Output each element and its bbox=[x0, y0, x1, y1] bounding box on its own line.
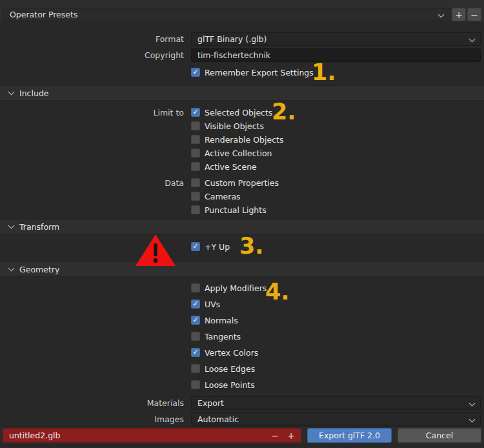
punctual-lights-checkbox[interactable] bbox=[191, 205, 200, 214]
materials-label: Materials bbox=[0, 398, 191, 408]
apply-modifiers-checkbox[interactable] bbox=[191, 283, 200, 292]
visible-objects-checkbox[interactable] bbox=[191, 121, 200, 130]
include-section-header[interactable]: Include bbox=[0, 85, 484, 101]
active-scene-row: Active Scene bbox=[0, 162, 484, 171]
remember-export-settings-row: Remember Export Settings bbox=[0, 68, 484, 77]
active-collection-row: Active Collection bbox=[0, 148, 484, 158]
visible-objects-label[interactable]: Visible Objects bbox=[205, 121, 264, 131]
materials-row: Materials Export bbox=[0, 396, 484, 410]
uvs-label[interactable]: UVs bbox=[205, 300, 220, 309]
normals-label[interactable]: Normals bbox=[205, 316, 238, 325]
loose-points-checkbox[interactable] bbox=[191, 380, 200, 389]
format-value: glTF Binary (.glb) bbox=[197, 34, 267, 44]
materials-dropdown[interactable]: Export bbox=[191, 396, 481, 410]
chevron-down-icon bbox=[469, 416, 476, 423]
loose-edges-checkbox[interactable] bbox=[191, 364, 200, 373]
chevron-down-icon bbox=[469, 400, 476, 407]
chevron-down-icon bbox=[438, 12, 445, 18]
y-up-row: +Y Up bbox=[0, 242, 484, 251]
cameras-checkbox[interactable] bbox=[191, 192, 200, 201]
copyright-row: Copyright tim-fischertechnik bbox=[0, 48, 484, 62]
active-scene-checkbox[interactable] bbox=[191, 162, 200, 171]
format-row: Format glTF Binary (.glb) bbox=[0, 32, 484, 46]
format-label: Format bbox=[0, 34, 191, 44]
active-scene-label[interactable]: Active Scene bbox=[205, 162, 257, 172]
uvs-checkbox[interactable] bbox=[191, 300, 200, 309]
selected-objects-checkbox[interactable] bbox=[191, 108, 200, 117]
loose-edges-row: Loose Edges bbox=[0, 364, 484, 373]
vertex-colors-label[interactable]: Vertex Colors bbox=[205, 348, 258, 358]
apply-modifiers-label[interactable]: Apply Modifiers bbox=[205, 283, 267, 293]
transform-section-header[interactable]: Transform bbox=[0, 219, 484, 234]
tangents-checkbox[interactable] bbox=[191, 332, 200, 341]
images-label: Images bbox=[0, 414, 191, 424]
remember-export-settings-label[interactable]: Remember Export Settings bbox=[205, 68, 314, 77]
chevron-down-icon bbox=[8, 89, 15, 96]
chevron-down-icon bbox=[8, 265, 15, 272]
filename-stepper: − + bbox=[272, 431, 295, 441]
images-value: Automatic bbox=[197, 414, 239, 424]
vertex-colors-checkbox[interactable] bbox=[191, 348, 200, 357]
renderable-objects-label[interactable]: Renderable Objects bbox=[205, 135, 283, 145]
y-up-label[interactable]: +Y Up bbox=[205, 242, 230, 252]
decrement-button[interactable]: − bbox=[272, 431, 279, 441]
filename-input[interactable]: untitled2.glb − + bbox=[3, 428, 301, 443]
format-dropdown[interactable]: glTF Binary (.glb) bbox=[191, 32, 481, 46]
renderable-objects-checkbox[interactable] bbox=[191, 135, 200, 144]
normals-checkbox[interactable] bbox=[191, 316, 200, 325]
selected-objects-label[interactable]: Selected Objects bbox=[205, 108, 272, 117]
include-section-body: Limit to Selected Objects Visible Object… bbox=[0, 101, 484, 214]
uvs-row: UVs bbox=[0, 300, 484, 309]
loose-points-row: Loose Points bbox=[0, 380, 484, 389]
operator-presets-label: Operator Presets bbox=[10, 10, 77, 19]
images-dropdown[interactable]: Automatic bbox=[191, 412, 481, 426]
punctual-lights-row: Punctual Lights bbox=[0, 205, 484, 214]
punctual-lights-label[interactable]: Punctual Lights bbox=[205, 205, 267, 215]
custom-properties-checkbox[interactable] bbox=[191, 178, 200, 187]
chevron-down-icon bbox=[8, 223, 15, 229]
images-row: Images Automatic bbox=[0, 412, 484, 426]
data-label: Data bbox=[0, 178, 191, 188]
visible-objects-row: Visible Objects bbox=[0, 121, 484, 130]
active-collection-checkbox[interactable] bbox=[191, 148, 200, 158]
chevron-down-icon bbox=[469, 36, 476, 43]
tangents-label[interactable]: Tangents bbox=[205, 332, 241, 341]
limit-to-label: Limit to bbox=[0, 108, 191, 117]
copyright-value: tim-fischertechnik bbox=[197, 50, 270, 60]
increment-button[interactable]: + bbox=[287, 431, 295, 441]
remember-export-settings-checkbox[interactable] bbox=[191, 68, 200, 77]
export-gltf-button[interactable]: Export glTF 2.0 bbox=[307, 428, 392, 443]
loose-edges-label[interactable]: Loose Edges bbox=[205, 364, 255, 374]
data-custom-properties-row: Data Custom Properties bbox=[0, 178, 484, 187]
y-up-checkbox[interactable] bbox=[191, 242, 200, 251]
geometry-section-header[interactable]: Geometry bbox=[0, 261, 484, 277]
operator-presets-row: Operator Presets + − bbox=[0, 8, 484, 21]
operator-presets-dropdown[interactable]: Operator Presets bbox=[3, 8, 450, 21]
loose-points-label[interactable]: Loose Points bbox=[205, 380, 255, 390]
include-section-title: Include bbox=[19, 88, 49, 98]
geometry-section-title: Geometry bbox=[19, 265, 59, 274]
active-collection-label[interactable]: Active Collection bbox=[205, 148, 272, 158]
limit-to-row: Limit to Selected Objects bbox=[0, 108, 484, 117]
cancel-button[interactable]: Cancel bbox=[398, 428, 481, 443]
cameras-row: Cameras bbox=[0, 192, 484, 201]
cameras-label[interactable]: Cameras bbox=[205, 192, 241, 201]
window-top-strip bbox=[0, 0, 484, 8]
transform-section-title: Transform bbox=[19, 222, 59, 232]
remove-preset-button[interactable]: − bbox=[467, 8, 481, 21]
normals-row: Normals bbox=[0, 316, 484, 325]
add-preset-button[interactable]: + bbox=[452, 8, 466, 21]
renderable-objects-row: Renderable Objects bbox=[0, 135, 484, 144]
apply-modifiers-row: Apply Modifiers bbox=[0, 283, 484, 292]
copyright-input[interactable]: tim-fischertechnik bbox=[191, 48, 481, 62]
geometry-section-body: Apply Modifiers UVs Normals Tangents Ver… bbox=[0, 277, 484, 389]
custom-properties-label[interactable]: Custom Properties bbox=[205, 178, 279, 188]
filename-value: untitled2.glb bbox=[9, 431, 61, 440]
materials-value: Export bbox=[197, 398, 224, 408]
footer-bar: untitled2.glb − + Export glTF 2.0 Cancel bbox=[0, 426, 484, 444]
vertex-colors-row: Vertex Colors bbox=[0, 348, 484, 357]
copyright-label: Copyright bbox=[0, 50, 191, 60]
tangents-row: Tangents bbox=[0, 332, 484, 341]
